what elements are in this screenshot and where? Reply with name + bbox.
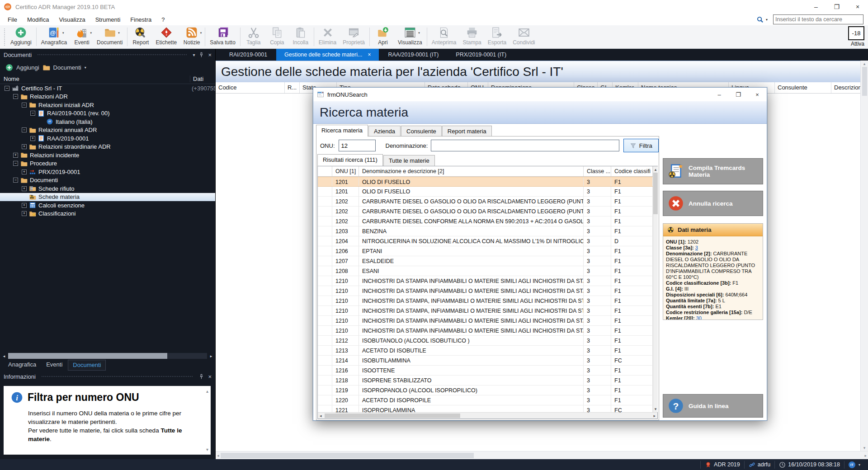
scroll-right-icon[interactable]: ▸ — [208, 354, 214, 358]
result-row[interactable]: 1208ESANI3F1 — [318, 266, 653, 276]
scroll-down-icon[interactable]: ▾ — [863, 446, 866, 450]
panel-tab-anagrafica[interactable]: Anagrafica — [4, 360, 41, 371]
search-options-chevron-icon[interactable]: ▾ — [766, 18, 768, 22]
scrollbar-thumb[interactable] — [8, 353, 167, 359]
doc-tab-raa-2019-0001-it[interactable]: RAA/2019-0001 (IT) — [380, 49, 447, 61]
result-row[interactable]: 1213ACETATO DI ISOBUTILE3F1 — [318, 346, 653, 356]
result-row[interactable]: 1210INCHIOSTRI DA STAMPA INFIAMMABILI O … — [318, 326, 653, 336]
scrollbar-thumb[interactable] — [653, 173, 658, 214]
chevron-down-icon[interactable]: ▾ — [859, 463, 860, 467]
toolbar-button-report[interactable]: Report — [129, 25, 152, 48]
filtra-button[interactable]: Filtra — [623, 139, 659, 152]
onu-input[interactable] — [339, 140, 376, 151]
result-row[interactable]: 1206EPTANI3F1 — [318, 246, 653, 256]
expand-icon[interactable]: + — [22, 211, 27, 216]
toolbar-button-anteprima[interactable]: Anteprima — [429, 25, 460, 48]
scrollbar-track[interactable] — [8, 353, 207, 359]
tree-item-rai-2019-0001-rev-00[interactable]: −RAI/2019-0001 (rev. 00) — [0, 109, 215, 118]
status-item-adrfu[interactable]: adrfu — [744, 461, 775, 469]
subtab-tutte-le-materie[interactable]: Tutte le materie — [383, 155, 435, 166]
result-row[interactable]: 1201OLIO DI FUSELLO3F1 — [318, 177, 653, 187]
scroll-up-icon[interactable]: ▴ — [655, 167, 657, 172]
chevron-down-icon[interactable]: ▾ — [418, 31, 420, 35]
tree-item-schede-materia[interactable]: Schede materia — [0, 193, 215, 202]
denominazione-input[interactable] — [431, 140, 619, 151]
guida-button[interactable]: ? Guida in linea — [663, 394, 763, 418]
toolbar-button-condividi[interactable]: Condividi — [509, 25, 538, 48]
main-column-consulente[interactable]: Consulente — [775, 82, 831, 93]
tree-item-relazioni-iniziali-adr[interactable]: −Relazioni iniziali ADR — [0, 101, 215, 109]
scroll-down-icon[interactable]: ▾ — [655, 407, 657, 411]
tab-close-icon[interactable]: × — [368, 52, 371, 58]
expand-icon[interactable]: + — [22, 169, 27, 174]
chevron-down-icon[interactable]: ▾ — [62, 31, 64, 35]
dati-field-value[interactable]: 30 — [696, 315, 702, 320]
result-row[interactable]: 1210INCHIOSTRI DA STAMPA, INFIAMMABILI O… — [318, 306, 653, 316]
dialog-maximize-button[interactable]: ❐ — [729, 88, 748, 101]
tree-item-documenti[interactable]: −Documenti — [0, 176, 215, 185]
result-row[interactable]: 1210INCHIOSTRI DA STAMPA, INFIAMMABILI O… — [318, 296, 653, 306]
maximize-button[interactable]: ❐ — [826, 0, 847, 14]
tree-item-italiano-italia[interactable]: ITItaliano (Italia) — [0, 118, 215, 126]
result-row[interactable]: 1216ISOOTTENE3F1 — [318, 366, 653, 376]
toolbar-button-salva-tutto[interactable]: Salva tutto — [207, 25, 239, 48]
panel-tab-documenti[interactable]: Documenti — [68, 360, 106, 371]
doc-tab-prx-2019-0001-it[interactable]: PRX/2019-0001 (IT) — [448, 49, 514, 61]
expand-icon[interactable]: + — [13, 153, 18, 158]
result-row[interactable]: 1203BENZINA3F1 — [318, 226, 653, 236]
main-horizontal-scrollbar[interactable]: ◂ ▸ — [216, 451, 868, 459]
dialog-close-button[interactable]: × — [748, 88, 767, 101]
tree-item-prx-2019-0001[interactable]: +PRX/2019-0001 — [0, 168, 215, 176]
scrollbar-thumb[interactable] — [862, 67, 867, 96]
compila-tremcards-button[interactable]: Compila Tremcards Materia — [663, 158, 763, 184]
dialog-tab-consulente[interactable]: Consulente — [401, 126, 442, 136]
toolbar-button-aggiungi[interactable]: Aggiungi — [7, 25, 35, 48]
chevron-down-icon[interactable]: ▾ — [90, 31, 92, 35]
tree-item-raa-2019-0001[interactable]: +RAA/2019-0001 — [0, 134, 215, 143]
add-icon[interactable] — [5, 64, 13, 71]
dati-field-value[interactable]: 3 — [695, 245, 698, 250]
panel-menu-chevron-icon[interactable]: ▾ — [193, 52, 195, 57]
chevron-down-icon[interactable]: ▾ — [85, 66, 86, 70]
panel-close-icon[interactable]: × — [208, 52, 212, 58]
panel-tab-eventi[interactable]: Eventi — [42, 360, 67, 371]
grid-column-row-selector[interactable] — [318, 166, 332, 176]
toolbar-button-taglia[interactable]: Taglia — [242, 25, 265, 48]
folder-icon[interactable] — [42, 64, 50, 71]
collapse-icon[interactable]: − — [5, 86, 9, 91]
grid-column-classe[interactable]: Classe ... — [584, 166, 611, 176]
tree-item-procedure[interactable]: −Procedure — [0, 160, 215, 168]
menu-item-item[interactable]: ? — [156, 16, 170, 23]
toolbar-button-notizie[interactable]: ▾Notizie — [180, 25, 203, 48]
panel-documents-button[interactable]: Documenti — [53, 64, 81, 71]
expand-icon[interactable]: + — [30, 136, 35, 141]
doc-tab-gestione-delle-schede-materi[interactable]: Gestione delle schede materi...× — [276, 49, 379, 61]
toolbar-button-etichette[interactable]: 3Etichette — [152, 25, 180, 48]
result-row[interactable]: 1221ISOPROPILAMMINA3FC — [318, 405, 653, 412]
result-row[interactable]: 1210INCHIOSTRI DA STAMPA INFIAMMABILI O … — [318, 316, 653, 326]
toolbar-button-copia[interactable]: Copia — [265, 25, 289, 48]
panel-close-icon[interactable]: × — [208, 373, 212, 380]
collapse-icon[interactable]: − — [13, 161, 18, 166]
grid-column-onu-1[interactable]: ONU [1] — [332, 166, 359, 176]
expand-icon[interactable]: + — [22, 144, 27, 149]
toolbar-button-anagrafica[interactable]: @▾Anagrafica — [38, 25, 70, 48]
collapse-icon[interactable]: − — [30, 111, 35, 116]
collapse-icon[interactable]: − — [13, 94, 18, 99]
result-row[interactable]: 1210INCHIOSTRI DA STAMPA INFIAMMABILI O … — [318, 286, 653, 296]
menu-item-modifica[interactable]: Modifica — [22, 16, 54, 23]
menu-item-file[interactable]: File — [3, 16, 22, 23]
collapse-icon[interactable]: − — [22, 127, 27, 132]
subtab-risultati-ricerca-111[interactable]: Risultati ricerca (111) — [317, 154, 383, 166]
result-row[interactable]: 1210INCHIOSTRI DA STAMPA INFIAMMABILI O … — [318, 276, 653, 286]
panel-add-button[interactable]: Aggiungi — [16, 64, 39, 71]
scroll-right-icon[interactable]: ▸ — [864, 453, 867, 458]
scroll-left-icon[interactable]: ◂ — [1, 354, 7, 358]
collapse-icon[interactable]: − — [22, 103, 27, 108]
tree-item-certifico-srl-it[interactable]: −Certifico Srl - IT(+3907559 — [0, 84, 215, 93]
menu-item-visualizza[interactable]: Visualizza — [54, 16, 90, 23]
doc-tab-rai-2019-0001[interactable]: RAI/2019-0001 — [221, 49, 275, 61]
tree-item-schede-rifiuto[interactable]: +Schede rifiuto — [0, 184, 215, 193]
result-row[interactable]: 1202CARBURANTE DIESEL CONFORME ALLA NORM… — [318, 216, 653, 226]
chevron-down-icon[interactable]: ▾ — [200, 31, 202, 35]
